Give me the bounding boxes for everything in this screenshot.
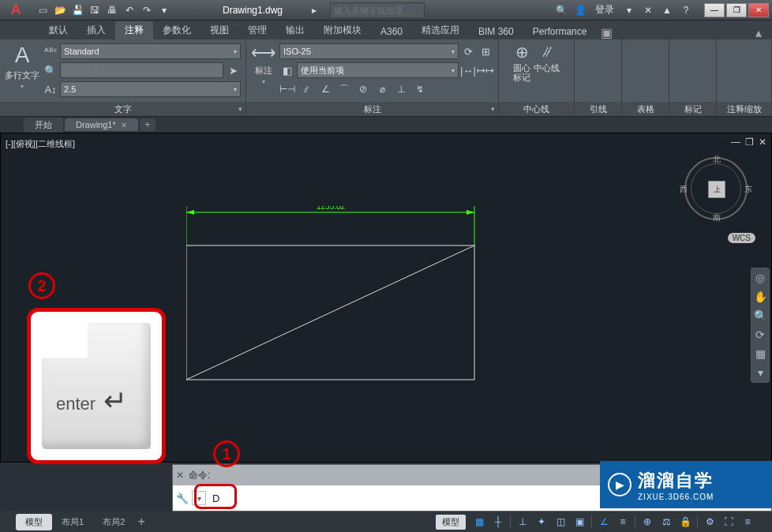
status-lineweight-icon[interactable]: ≡: [614, 514, 631, 530]
command-customize-icon[interactable]: 🔧: [176, 493, 189, 504]
close-button[interactable]: ✕: [748, 3, 769, 17]
dim-update-icon[interactable]: ⟳: [460, 43, 476, 59]
status-polar-icon[interactable]: ✦: [533, 514, 550, 530]
ribbon-tab-view[interactable]: 视图: [200, 21, 238, 39]
wcs-badge[interactable]: WCS: [728, 233, 755, 243]
help-search-input[interactable]: [330, 2, 425, 18]
status-grid-icon[interactable]: ▦: [470, 514, 488, 530]
qat-open-icon[interactable]: 📂: [52, 2, 68, 18]
login-dropdown-icon[interactable]: ▾: [622, 3, 636, 17]
dimension-dropdown-icon[interactable]: ▾: [262, 78, 265, 85]
status-workspace-icon[interactable]: ⚙: [701, 514, 718, 530]
status-snap-icon[interactable]: ┼: [489, 514, 507, 530]
qat-redo-icon[interactable]: ↷: [139, 2, 155, 18]
ribbon-tab-manage[interactable]: 管理: [238, 21, 276, 39]
panel-text-title[interactable]: 文字▾: [0, 102, 245, 116]
qat-undo-icon[interactable]: ↶: [122, 2, 137, 18]
find-icon[interactable]: 🔍: [43, 62, 58, 78]
qat-new-icon[interactable]: ▭: [35, 2, 51, 18]
login-button[interactable]: 登录: [592, 3, 617, 17]
app-logo[interactable]: A: [0, 0, 32, 21]
ribbon-minimize-icon[interactable]: ▴: [751, 25, 766, 39]
layout-tab-layout1[interactable]: 布局1: [52, 514, 93, 530]
dim-linear-icon[interactable]: ⊢⊣: [279, 81, 295, 97]
status-otrack-icon[interactable]: ∠: [595, 514, 613, 530]
ribbon-tab-bim360[interactable]: BIM 360: [469, 24, 523, 39]
ribbon-tab-default[interactable]: 默认: [39, 21, 77, 39]
status-annomonitor-icon[interactable]: ⊕: [639, 514, 656, 530]
viewcube[interactable]: 上 北 南 东 西: [684, 157, 748, 220]
ribbon-tab-focus-icon[interactable]: ▣: [599, 25, 613, 39]
viewport-minimize-icon[interactable]: —: [731, 137, 740, 148]
mtext-button[interactable]: A 多行文字 ▾: [5, 43, 39, 90]
status-annoscale-icon[interactable]: ⚖: [658, 514, 675, 530]
exchange-icon[interactable]: ✕: [641, 3, 655, 17]
search-toggle-icon[interactable]: ▸: [306, 2, 322, 18]
center-mark-button[interactable]: ⊕ 圆心 标记: [513, 43, 530, 82]
qat-dropdown-icon[interactable]: ▾: [156, 2, 172, 18]
find-text-input[interactable]: [60, 62, 223, 78]
dim-angular-icon[interactable]: ∠: [317, 81, 333, 97]
mtext-dropdown-icon[interactable]: ▾: [21, 83, 24, 90]
viewport-label[interactable]: [-][俯视][二维线框]: [6, 138, 75, 150]
qat-saveas-icon[interactable]: 🖫: [87, 2, 103, 18]
a360-icon[interactable]: ▲: [660, 3, 674, 17]
viewcube-face[interactable]: 上: [708, 181, 725, 198]
dim-diameter-icon[interactable]: ⌀: [374, 81, 390, 97]
dim-ordinate-icon[interactable]: ⊥: [393, 81, 409, 97]
text-style-combo[interactable]: Standard▾: [60, 43, 241, 59]
text-height-combo[interactable]: 2.5▾: [60, 81, 241, 97]
centerline-button[interactable]: ⫽ 中心线: [534, 43, 560, 74]
viewport-maximize-icon[interactable]: ❐: [745, 137, 754, 148]
file-tab-start[interactable]: 开始: [24, 118, 63, 133]
file-tab-drawing1[interactable]: Drawing1* ✕: [65, 118, 138, 131]
find-go-icon[interactable]: ➤: [225, 62, 241, 78]
ribbon-tab-a360[interactable]: A360: [371, 24, 412, 39]
nav-pan-icon[interactable]: ✋: [754, 290, 767, 303]
dim-aligned-icon[interactable]: ⫽: [298, 81, 314, 97]
ribbon-tab-annotate[interactable]: 注释: [115, 21, 153, 39]
panel-leader-title[interactable]: 引线: [575, 102, 621, 116]
nav-orbit-icon[interactable]: ⟳: [755, 328, 765, 341]
file-tab-add-button[interactable]: +: [140, 118, 156, 131]
layout-tab-add-button[interactable]: +: [134, 515, 148, 529]
dim-style-combo[interactable]: ISO-25▾: [279, 43, 459, 59]
help-icon[interactable]: ?: [679, 3, 693, 17]
status-model-button[interactable]: 模型: [436, 515, 466, 530]
ribbon-tab-parametric[interactable]: 参数化: [153, 21, 200, 39]
status-customize-icon[interactable]: ≡: [739, 514, 756, 530]
viewcube-south[interactable]: 南: [713, 212, 721, 223]
ribbon-tab-output[interactable]: 输出: [276, 21, 314, 39]
dim-override-icon[interactable]: ⊞: [478, 43, 493, 59]
command-close-icon[interactable]: ✕: [176, 470, 184, 481]
layout-tab-layout2[interactable]: 布局2: [93, 514, 134, 530]
panel-annoscale-title[interactable]: 注释缩放: [717, 102, 771, 116]
nav-wheel-icon[interactable]: ◎: [755, 272, 765, 284]
status-cleanscreen-icon[interactable]: ⛶: [720, 514, 737, 530]
dim-continue-icon[interactable]: ↦↦: [478, 62, 493, 78]
ribbon-tab-featured[interactable]: 精选应用: [412, 21, 469, 39]
qat-save-icon[interactable]: 💾: [69, 2, 85, 18]
layout-tab-model[interactable]: 模型: [16, 514, 52, 530]
panel-dimension-title[interactable]: 标注▾: [246, 102, 498, 116]
viewcube-north[interactable]: 北: [713, 154, 721, 165]
ribbon-tab-addins[interactable]: 附加模块: [314, 21, 371, 39]
viewcube-east[interactable]: 东: [744, 184, 752, 195]
status-osnap-icon[interactable]: ▣: [571, 514, 588, 530]
text-style-icon[interactable]: ᴬᴮᶜ: [43, 43, 58, 59]
status-ortho-icon[interactable]: ⊥: [514, 514, 531, 530]
minimize-button[interactable]: —: [704, 3, 725, 17]
dim-layer-combo[interactable]: 使用当前项▾: [297, 62, 459, 78]
nav-showmotion-icon[interactable]: ▦: [755, 347, 766, 360]
panel-mark-title[interactable]: 标记: [669, 102, 716, 116]
search-icon[interactable]: 🔍: [554, 3, 568, 17]
ribbon-tab-insert[interactable]: 插入: [77, 21, 115, 39]
file-tab-close-icon[interactable]: ✕: [121, 121, 127, 129]
dimension-button[interactable]: ⟷ 标注 ▾: [251, 43, 276, 85]
qat-print-icon[interactable]: 🖶: [104, 2, 120, 18]
maximize-button[interactable]: ❐: [726, 3, 747, 17]
panel-table-title[interactable]: 表格: [622, 102, 669, 116]
ribbon-tab-performance[interactable]: Performance: [523, 24, 597, 39]
dim-radius-icon[interactable]: ⊘: [355, 81, 371, 97]
viewport-close-icon[interactable]: ✕: [759, 137, 766, 148]
